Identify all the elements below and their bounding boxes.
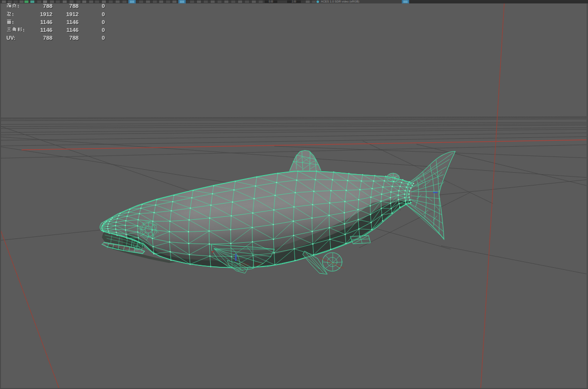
svg-text:1146: 1146 bbox=[40, 27, 52, 33]
svg-text:1146: 1146 bbox=[67, 19, 79, 25]
svg-text:1146: 1146 bbox=[67, 27, 79, 33]
svg-text:1912: 1912 bbox=[66, 11, 79, 17]
svg-text:788: 788 bbox=[69, 35, 79, 41]
svg-text:0: 0 bbox=[102, 19, 105, 25]
svg-text:1912: 1912 bbox=[40, 11, 52, 17]
svg-text:1146: 1146 bbox=[40, 19, 52, 25]
svg-text:UV:: UV: bbox=[6, 35, 15, 41]
svg-text:788: 788 bbox=[43, 35, 53, 41]
svg-text:788: 788 bbox=[69, 3, 79, 9]
svg-text:0: 0 bbox=[102, 27, 105, 33]
svg-text:0: 0 bbox=[102, 11, 105, 17]
svg-text:788: 788 bbox=[43, 3, 53, 9]
svg-text:0: 0 bbox=[102, 3, 105, 9]
svg-text:0: 0 bbox=[102, 35, 105, 41]
